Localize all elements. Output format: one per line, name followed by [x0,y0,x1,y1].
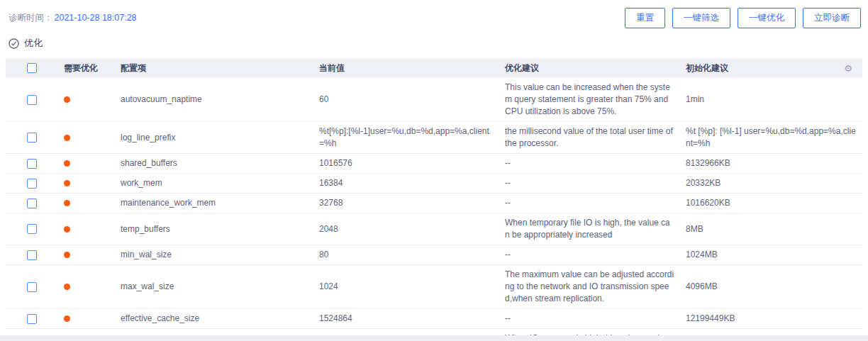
init-suggestion: 4096MB [680,265,862,309]
diagnosis-time-label: 诊断时间： [9,13,53,23]
diagnose-now-button[interactable]: 立即诊断 [803,8,861,28]
needs-optimization-dot [64,180,70,186]
column-header-current-value: 当前值 [313,58,499,78]
row-select-cell [6,122,58,154]
needs-optimization-cell [58,78,115,122]
one-key-filter-button[interactable]: 一键筛选 [672,8,730,28]
needs-optimization-dot [64,226,70,233]
optimization-suggestion: the millisecond value of the total user … [499,122,680,154]
row-select-cell [6,245,58,265]
one-key-optimize-button[interactable]: 一键优化 [738,8,796,28]
needs-optimization-cell [58,122,115,154]
row-checkbox[interactable] [27,224,37,234]
current-value: 16384 [313,174,499,194]
config-item-name: temp_buffers [115,213,313,245]
current-value: 300 [313,329,499,336]
config-item-name: work_mem [115,174,313,194]
section-title-label: 优化 [24,37,43,50]
table-row: max_wal_size 1024 The maximum value can … [6,265,862,309]
table-row: shared_buffers 1016576 -- 8132966KB [6,154,862,174]
current-value: 80 [313,245,499,265]
column-header-init-suggestion: 初始化建议 [680,58,834,78]
diagnosis-time: 诊断时间：2021-10-28 18:07:28 [9,12,137,24]
needs-optimization-cell [58,194,115,213]
needs-optimization-cell [58,174,115,194]
init-suggestion: 1024MB [680,245,862,265]
init-suggestion: 8132966KB [680,154,862,174]
toolbar-buttons: 重置 一键筛选 一键优化 立即诊断 [625,8,861,28]
row-select-cell [6,329,58,336]
check-circle-icon [9,38,19,49]
optimization-suggestion: -- [499,309,680,329]
select-all-cell [6,58,58,78]
row-checkbox[interactable] [27,179,37,189]
needs-optimization-dot [64,284,70,290]
table-header: 需要优化 配置项 当前值 优化建议 初始化建议 ⚙ [6,58,862,78]
table-row: log_line_prefix %t[%p]:[%l-1]user=%u,db=… [6,122,862,154]
current-value: %t[%p]:[%l-1]user=%u,db=%d,app=%a,client… [313,122,499,154]
init-suggestion: 12199449KB [680,309,862,329]
row-checkbox[interactable] [27,199,37,208]
row-checkbox[interactable] [27,133,37,142]
init-suggestion: %t [%p]: [%l-1] user=%u,db=%d,app=%a,cli… [680,122,862,154]
reset-button[interactable]: 重置 [625,8,665,28]
optimization-suggestion: -- [499,174,680,194]
init-suggestion: 20332KB [680,174,862,194]
row-checkbox[interactable] [27,250,37,260]
optimization-suggestion: -- [499,245,680,265]
column-header-config-item: 配置项 [115,58,313,78]
needs-optimization-dot [64,315,70,322]
row-select-cell [6,194,58,213]
topbar: 诊断时间：2021-10-28 18:07:28 重置 一键筛选 一键优化 立即… [0,0,868,28]
table-body: autovacuum_naptime 60 This value can be … [6,78,862,335]
optimization-suggestion: When IO pressure is high,this value can … [499,329,680,336]
optimize-section-header: 优化 [0,28,868,57]
table-row: autovacuum_naptime 60 This value can be … [6,78,862,122]
row-checkbox[interactable] [27,314,37,324]
current-value: 1524864 [313,309,499,329]
row-checkbox[interactable] [27,282,37,292]
column-settings-gear-icon[interactable]: ⚙ [844,63,852,74]
init-suggestion: 5min [680,329,862,336]
column-settings-cell: ⚙ [834,58,862,78]
select-all-checkbox[interactable] [27,63,37,73]
optimization-table: 需要优化 配置项 当前值 优化建议 初始化建议 ⚙ autovacuum_nap… [6,58,862,335]
config-item-name: checkpoint_timeout [115,329,313,336]
current-value: 1016576 [313,154,499,174]
row-checkbox[interactable] [27,159,37,169]
diagnosis-time-value: 2021-10-28 18:07:28 [55,13,137,23]
needs-optimization-cell [58,213,115,245]
config-item-name: min_wal_size [115,245,313,265]
table-row: maintenance_work_mem 32768 -- 1016620KB [6,194,862,213]
needs-optimization-dot [64,96,70,103]
row-checkbox[interactable] [27,95,37,105]
current-value: 60 [313,78,499,122]
current-value: 1024 [313,265,499,309]
table-row: checkpoint_timeout 300 When IO pressure … [6,329,862,336]
diagnosis-panel: 诊断时间：2021-10-28 18:07:28 重置 一键筛选 一键优化 立即… [0,0,868,335]
init-suggestion: 1min [680,78,862,122]
table-row: temp_buffers 2048 When temporary file IO… [6,213,862,245]
row-select-cell [6,309,58,329]
row-select-cell [6,174,58,194]
current-value: 32768 [313,194,499,213]
optimization-suggestion: This value can be increased when the sys… [499,78,680,122]
optimization-suggestion: When temporary file IO is high, the valu… [499,213,680,245]
optimization-suggestion: -- [499,154,680,174]
init-suggestion: 1016620KB [680,194,862,213]
needs-optimization-cell [58,245,115,265]
row-select-cell [6,265,58,309]
current-value: 2048 [313,213,499,245]
needs-optimization-dot [64,135,70,141]
config-item-name: max_wal_size [115,265,313,309]
config-item-name: log_line_prefix [115,122,313,154]
needs-optimization-cell [58,329,115,336]
table-row: effective_cache_size 1524864 -- 12199449… [6,309,862,329]
needs-optimization-dot [64,160,70,167]
row-select-cell [6,78,58,122]
init-suggestion: 8MB [680,213,862,245]
row-select-cell [6,154,58,174]
needs-optimization-cell [58,154,115,174]
needs-optimization-dot [64,252,70,258]
config-item-name: shared_buffers [115,154,313,174]
